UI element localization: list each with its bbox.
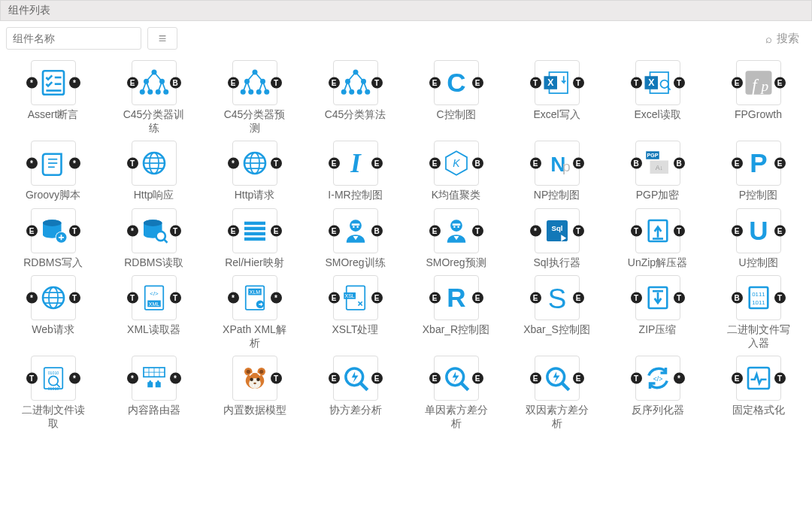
svg-text:XSL: XSL (344, 293, 354, 298)
component-item[interactable]: fpEEFPGrowth (711, 60, 805, 135)
svg-rect-64 (244, 226, 265, 229)
component-item[interactable]: *THttp请求 (208, 141, 301, 202)
component-icon: XTT (635, 60, 680, 105)
component-icon: 0101001010T* (31, 356, 76, 401)
port-right-badge: E (573, 373, 584, 384)
component-label: 内置数据模型 (223, 404, 286, 417)
port-left-badge: * (530, 225, 541, 236)
component-item[interactable]: **Groovy脚本 (6, 141, 100, 202)
port-right-badge: E (774, 158, 786, 169)
component-item[interactable]: EBC45分类器训练 (107, 60, 201, 135)
search-icon: ⌕ (765, 32, 772, 45)
port-right-badge: E (774, 225, 786, 236)
svg-text:C: C (447, 68, 465, 97)
port-left-badge: B (631, 158, 642, 169)
component-item[interactable]: 01111011BT二进制文件写入器 (711, 275, 805, 350)
component-label: C45分类算法 (325, 108, 386, 122)
component-item[interactable]: PGPA↓BBPGP加密 (611, 141, 704, 202)
port-right-badge: T (170, 292, 181, 304)
component-icon: XTT (535, 60, 580, 105)
search-label: 搜索 (777, 32, 799, 46)
svg-point-60 (144, 220, 162, 226)
component-item[interactable]: TTUnZip解压器 (611, 208, 704, 270)
component-item[interactable]: T内置数据模型 (208, 356, 301, 430)
svg-text:</>: </> (653, 375, 662, 383)
port-left-badge: E (329, 225, 340, 236)
component-item[interactable]: XSLEEXSLT处理 (308, 275, 402, 350)
component-icon: PEE (736, 141, 781, 186)
component-item[interactable]: EERel/Hier映射 (208, 208, 301, 270)
port-right-badge: * (69, 158, 80, 169)
search-button[interactable]: ⌕ 搜索 (759, 27, 806, 50)
component-item[interactable]: 0101001010T*二进制文件读取 (6, 356, 100, 430)
component-icon: T (132, 141, 177, 186)
svg-text:p: p (562, 159, 571, 174)
component-item[interactable]: XTTExcel读取 (611, 60, 704, 135)
component-label: Assert断言 (28, 108, 79, 122)
component-item[interactable]: REEXbar_R控制图 (409, 275, 503, 350)
port-left-badge: E (329, 373, 340, 384)
component-item[interactable]: </>T*反序列化器 (611, 356, 704, 430)
component-item[interactable]: *TWeb请求 (6, 275, 100, 350)
component-icon: *T (31, 275, 76, 320)
component-icon: *T (132, 208, 177, 253)
port-left-badge: E (429, 158, 441, 169)
port-left-badge: E (127, 77, 138, 89)
component-item[interactable]: **内容路由器 (107, 356, 201, 430)
component-label: 内容路由器 (128, 404, 180, 417)
component-name-input[interactable] (6, 27, 141, 50)
component-icon: KEB (434, 141, 479, 186)
svg-point-74 (457, 226, 459, 228)
component-item[interactable]: IEEI-MR控制图 (308, 141, 402, 202)
component-item[interactable]: Sql*TSql执行器 (510, 208, 604, 270)
svg-point-103 (48, 376, 57, 385)
component-label: Http请求 (235, 189, 275, 202)
port-right-badge: T (69, 225, 80, 236)
component-item[interactable]: </>XMLTTXML读取器 (107, 275, 201, 350)
component-item[interactable]: ETRDBMS写入 (6, 208, 100, 270)
component-item[interactable]: ET固定格式化 (711, 356, 805, 430)
menu-icon: ≡ (159, 31, 167, 47)
svg-text:PGP: PGP (647, 153, 658, 158)
component-item[interactable]: SEEXbar_S控制图 (510, 275, 604, 350)
port-left-badge: E (329, 292, 340, 304)
component-label: RDBMS读取 (124, 256, 183, 270)
component-item[interactable]: **Assert断言 (6, 60, 100, 135)
component-item[interactable]: CEEC控制图 (409, 60, 503, 135)
component-item[interactable]: KEBK均值聚类 (409, 141, 503, 202)
component-icon: ET (333, 60, 378, 105)
component-icon: ** (132, 356, 177, 401)
component-icon: Sql*T (535, 208, 580, 253)
menu-button[interactable]: ≡ (147, 27, 177, 50)
svg-text:p: p (759, 78, 768, 94)
port-left-badge: E (429, 292, 441, 304)
component-item[interactable]: EE双因素方差分析 (510, 356, 604, 430)
svg-line-62 (164, 239, 167, 242)
component-item[interactable]: EE单因素方差分析 (409, 356, 503, 430)
component-item[interactable]: NpEENP控制图 (510, 141, 604, 202)
svg-text:X: X (648, 77, 655, 88)
component-item[interactable]: UEEU控制图 (711, 208, 805, 270)
component-label: Xbar_R控制图 (423, 323, 489, 337)
component-label: Groovy脚本 (26, 189, 80, 202)
component-item[interactable]: THttp响应 (107, 141, 201, 202)
port-left-badge: * (127, 373, 138, 384)
component-item[interactable]: EE协方差分析 (308, 356, 402, 430)
component-item[interactable]: ETSMOreg预测 (409, 208, 503, 270)
component-item[interactable]: XLM**XPath XML解析 (208, 275, 301, 350)
port-left-badge: * (26, 158, 38, 169)
component-icon: EB (132, 60, 177, 105)
component-item[interactable]: *TRDBMS读取 (107, 208, 201, 270)
component-label: ZIP压缩 (639, 323, 677, 337)
component-icon: PGPA↓BB (635, 141, 680, 186)
component-item[interactable]: XTTExcel写入 (510, 60, 604, 135)
port-left-badge: * (26, 292, 38, 304)
component-item[interactable]: ETC45分类算法 (308, 60, 402, 135)
port-right-badge: T (674, 77, 685, 89)
component-item[interactable]: TTZIP压缩 (611, 275, 704, 350)
port-right-badge: T (674, 292, 685, 304)
component-item[interactable]: PEEP控制图 (711, 141, 805, 202)
component-item[interactable]: ETC45分类器预测 (208, 60, 301, 135)
component-grid: **Assert断言EBC45分类器训练ETC45分类器预测ETC45分类算法C… (0, 56, 812, 430)
component-item[interactable]: EBSMOreg训练 (308, 208, 402, 270)
